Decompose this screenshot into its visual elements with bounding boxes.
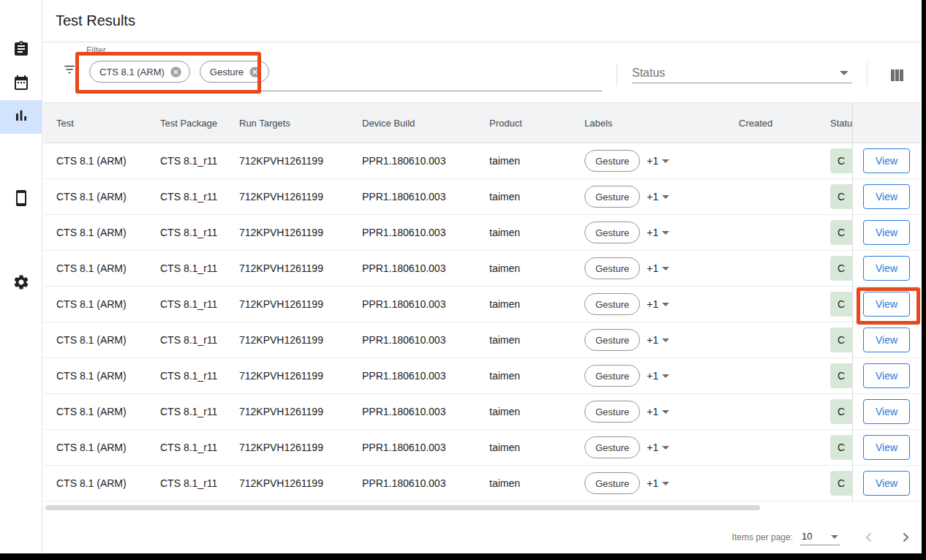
toolbar-divider	[867, 62, 867, 86]
table-row: CTS 8.1 (ARM)CTS 8.1_r11712KPVH1261199PP…	[43, 215, 852, 251]
cell-labels: Gesture+1	[584, 436, 739, 458]
more-labels-expander[interactable]: +1	[647, 370, 669, 382]
label-chip: Gesture	[584, 401, 640, 423]
cell-product: taimen	[489, 406, 584, 417]
window-edge-right	[922, 0, 926, 560]
next-page-button[interactable]	[897, 529, 914, 546]
more-labels-expander[interactable]: +1	[647, 442, 669, 453]
more-labels-expander[interactable]: +1	[647, 191, 669, 203]
more-labels-expander[interactable]: +1	[647, 406, 669, 417]
sidebar-item-results[interactable]	[0, 100, 42, 134]
status-badge: C	[830, 328, 852, 352]
gear-icon	[12, 273, 30, 294]
cell-product: taimen	[489, 370, 584, 382]
column-header-created: Created	[739, 118, 830, 129]
table-row: CTS 8.1 (ARM)CTS 8.1_r11712KPVH1261199PP…	[43, 143, 852, 179]
cell-status: C	[830, 399, 852, 424]
label-chip: Gesture	[584, 329, 640, 351]
table-header-row: TestTest PackageRun TargetsDevice BuildP…	[43, 102, 852, 143]
cell-product: taimen	[489, 155, 584, 167]
table-row: CTS 8.1 (ARM)CTS 8.1_r11712KPVH1261199PP…	[43, 358, 852, 394]
chevron-down-icon	[840, 71, 848, 75]
clipboard-icon	[12, 40, 30, 61]
sidebar-item-settings[interactable]	[0, 267, 42, 300]
action-cell: View	[853, 394, 920, 430]
cell-test: CTS 8.1 (ARM)	[43, 406, 160, 417]
pinned-column-header	[853, 102, 920, 143]
filter-list-icon[interactable]	[63, 64, 76, 75]
view-button[interactable]: View	[863, 363, 910, 388]
more-labels-expander[interactable]: +1	[647, 298, 669, 310]
sidebar-item-plans[interactable]	[0, 67, 42, 101]
columns-icon[interactable]	[891, 69, 904, 81]
close-circle-icon[interactable]	[249, 66, 261, 78]
cell-test: CTS 8.1 (ARM)	[43, 191, 160, 203]
more-labels-expander[interactable]: +1	[647, 155, 669, 167]
cell-test: CTS 8.1 (ARM)	[43, 227, 160, 238]
window-edge-bottom	[0, 553, 926, 560]
pinned-column-rows: ViewViewViewViewViewViewViewViewViewView	[853, 143, 920, 502]
main-area: Test Results Filter CTS 8.1 (ARM) Gestur…	[43, 0, 922, 553]
cell-test-package: CTS 8.1_r11	[160, 477, 239, 489]
view-button[interactable]: View	[863, 328, 910, 352]
table-row: CTS 8.1 (ARM)CTS 8.1_r11712KPVH1261199PP…	[43, 430, 852, 466]
calendar-icon	[12, 74, 30, 94]
column-header-device-build: Device Build	[362, 118, 489, 129]
previous-page-button[interactable]	[860, 529, 878, 546]
bar-chart-icon	[12, 107, 30, 127]
cell-labels: Gesture+1	[584, 186, 739, 208]
status-badge: C	[830, 363, 852, 388]
cell-labels: Gesture+1	[584, 222, 739, 243]
cell-device-build: PPR1.180610.003	[362, 334, 489, 346]
cell-run-targets: 712KPVH1261199	[239, 477, 362, 489]
more-labels-expander[interactable]: +1	[647, 262, 669, 274]
cell-test-package: CTS 8.1_r11	[160, 191, 239, 203]
view-button[interactable]: View	[863, 292, 910, 317]
chevron-down-icon	[662, 374, 669, 378]
cell-status: C	[830, 184, 852, 209]
view-button[interactable]: View	[863, 220, 910, 245]
more-labels-expander[interactable]: +1	[647, 334, 669, 346]
sidebar-item-tests[interactable]	[0, 34, 42, 67]
cell-status: C	[830, 256, 852, 281]
column-header-run-targets: Run Targets	[239, 118, 362, 129]
cell-device-build: PPR1.180610.003	[362, 298, 489, 310]
filter-chip-gesture[interactable]: Gesture	[200, 61, 269, 83]
sidebar-item-devices[interactable]	[0, 183, 42, 216]
cell-device-build: PPR1.180610.003	[362, 155, 489, 167]
more-labels-expander[interactable]: +1	[647, 477, 669, 489]
page-title: Test Results	[56, 12, 135, 29]
cell-labels: Gesture+1	[584, 365, 739, 387]
view-button[interactable]: View	[863, 256, 910, 281]
cell-device-build: PPR1.180610.003	[362, 370, 489, 382]
cell-run-targets: 712KPVH1261199	[239, 442, 362, 453]
view-button[interactable]: View	[863, 435, 910, 460]
close-circle-icon[interactable]	[170, 66, 182, 78]
cell-labels: Gesture+1	[584, 401, 739, 423]
cell-device-build: PPR1.180610.003	[362, 227, 489, 238]
cell-run-targets: 712KPVH1261199	[239, 191, 362, 203]
view-button[interactable]: View	[863, 148, 910, 173]
view-button[interactable]: View	[863, 184, 910, 209]
more-labels-expander[interactable]: +1	[647, 227, 669, 238]
cell-run-targets: 712KPVH1261199	[239, 406, 362, 417]
column-header-test-package: Test Package	[160, 118, 239, 129]
filter-chip-cts[interactable]: CTS 8.1 (ARM)	[89, 61, 190, 83]
view-button[interactable]: View	[863, 471, 910, 496]
cell-product: taimen	[489, 227, 584, 238]
action-cell: View	[853, 179, 920, 215]
chevron-down-icon	[662, 231, 669, 235]
view-button[interactable]: View	[863, 399, 910, 424]
cell-product: taimen	[489, 191, 584, 203]
page-size-select[interactable]: 10	[800, 529, 840, 545]
cell-product: taimen	[489, 442, 584, 453]
action-cell: View	[853, 143, 920, 179]
cell-test: CTS 8.1 (ARM)	[43, 334, 160, 346]
cell-status: C	[830, 292, 852, 317]
filter-toolbar: Filter CTS 8.1 (ARM) Gesture Status	[43, 42, 922, 102]
horizontal-scrollbar[interactable]	[45, 505, 760, 510]
filter-field-label: Filter	[86, 45, 106, 56]
cell-run-targets: 712KPVH1261199	[239, 262, 362, 274]
label-chip: Gesture	[584, 186, 640, 208]
status-select[interactable]: Status	[632, 63, 852, 83]
